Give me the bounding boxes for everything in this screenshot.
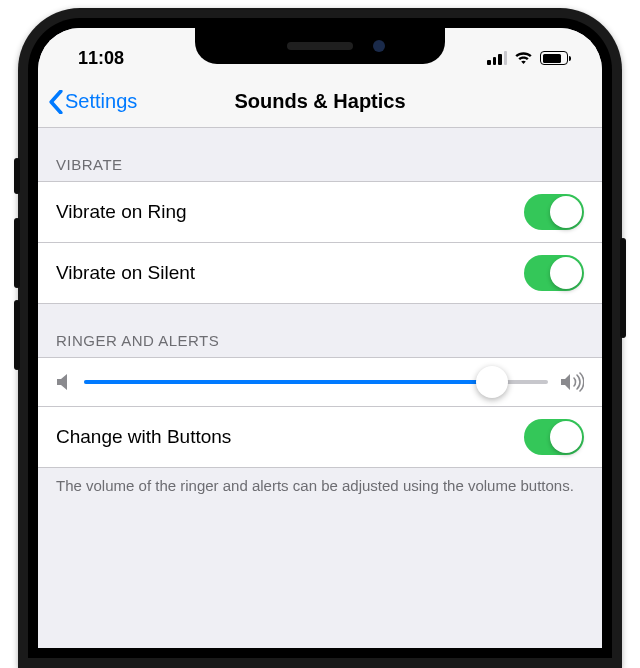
section-footer-ringer: The volume of the ringer and alerts can … — [38, 468, 602, 512]
earpiece-speaker — [287, 42, 353, 50]
volume-up-button — [14, 218, 20, 288]
volume-high-icon — [560, 372, 584, 392]
settings-content: VIBRATE Vibrate on Ring Vibrate on Silen… — [38, 128, 602, 512]
section-header-vibrate: VIBRATE — [38, 128, 602, 181]
screen: 11:08 Se — [38, 28, 602, 648]
battery-icon — [540, 51, 568, 65]
chevron-left-icon — [48, 90, 64, 114]
row-vibrate-on-ring[interactable]: Vibrate on Ring — [38, 181, 602, 242]
cellular-signal-icon — [487, 51, 507, 65]
slider-fill — [84, 380, 492, 384]
row-label: Change with Buttons — [56, 426, 231, 448]
side-button — [620, 238, 626, 338]
row-label: Vibrate on Silent — [56, 262, 195, 284]
row-volume-slider — [38, 357, 602, 406]
row-vibrate-on-silent[interactable]: Vibrate on Silent — [38, 242, 602, 304]
battery-level — [543, 54, 561, 63]
volume-down-button — [14, 300, 20, 370]
volume-low-icon — [56, 373, 72, 391]
section-header-ringer: RINGER AND ALERTS — [38, 304, 602, 357]
row-change-with-buttons[interactable]: Change with Buttons — [38, 406, 602, 468]
toggle-vibrate-on-silent[interactable] — [524, 255, 584, 291]
back-label: Settings — [65, 90, 137, 113]
volume-slider[interactable] — [84, 380, 548, 384]
device-frame: 11:08 Se — [18, 8, 622, 668]
back-button[interactable]: Settings — [48, 90, 137, 114]
notch — [195, 28, 445, 64]
status-time: 11:08 — [78, 48, 124, 69]
slider-thumb[interactable] — [476, 366, 508, 398]
toggle-change-with-buttons[interactable] — [524, 419, 584, 455]
row-label: Vibrate on Ring — [56, 201, 187, 223]
front-camera — [373, 40, 385, 52]
status-right — [487, 51, 568, 65]
device-bezel: 11:08 Se — [28, 18, 612, 658]
toggle-vibrate-on-ring[interactable] — [524, 194, 584, 230]
mute-switch — [14, 158, 20, 194]
nav-bar: Settings Sounds & Haptics — [38, 76, 602, 128]
wifi-icon — [514, 51, 533, 65]
